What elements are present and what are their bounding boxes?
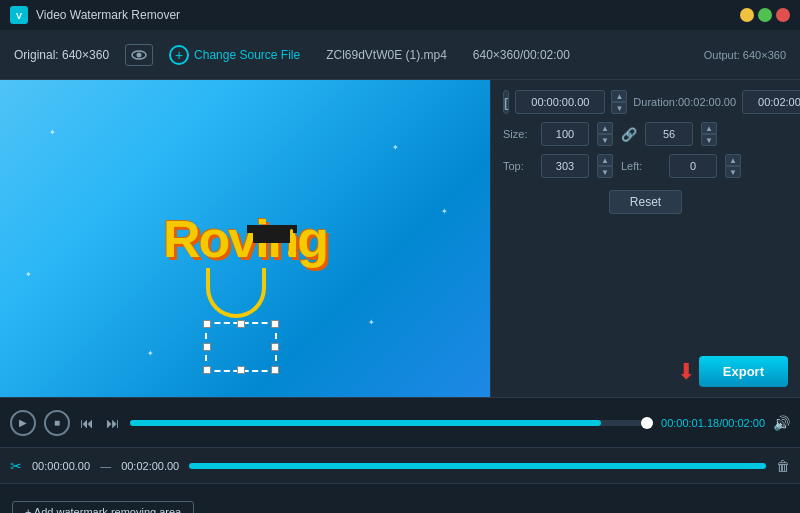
video-frame: ✦ ✦ ✦ ✦ ✦ ✦ Roving <box>0 80 490 397</box>
file-name: ZCl69dVtW0E (1).mp4 <box>326 48 447 62</box>
minimize-button[interactable] <box>740 8 754 22</box>
position-row: Top: ▲ ▼ Left: ▲ ▼ <box>503 154 788 178</box>
export-button[interactable]: Export <box>699 356 788 387</box>
start-time-spinner: ▲ ▼ <box>611 90 627 114</box>
watermark-selection-box[interactable] <box>205 322 277 372</box>
handle-right-mid[interactable] <box>271 343 279 351</box>
sparkle-4: ✦ <box>368 318 375 327</box>
left-up[interactable]: ▲ <box>725 154 741 166</box>
link-icon[interactable]: 🔗 <box>621 127 637 142</box>
size-row: Size: ▲ ▼ 🔗 ▲ ▼ <box>503 122 788 146</box>
left-spinner: ▲ ▼ <box>725 154 741 178</box>
duration-label: Duration:00:02:00.00 <box>633 96 736 108</box>
start-time-up[interactable]: ▲ <box>611 90 627 102</box>
add-watermark-area-button[interactable]: + Add watermark removing area <box>12 501 194 514</box>
height-down[interactable]: ▼ <box>701 134 717 146</box>
change-source-button[interactable]: + Change Source File <box>169 45 300 65</box>
time-display: 00:00:01.18/00:02:00 <box>661 417 765 429</box>
start-time-down[interactable]: ▼ <box>611 102 627 114</box>
size-label: Size: <box>503 128 533 140</box>
width-spinner: ▲ ▼ <box>597 122 613 146</box>
timeline-track[interactable] <box>130 420 653 426</box>
sparkle-1: ✦ <box>49 128 56 137</box>
time-range-row: [ ▲ ▼ Duration:00:02:00.00 ▲ ▼ ] <box>503 90 788 114</box>
left-label: Left: <box>621 160 661 172</box>
right-panel: [ ▲ ▼ Duration:00:02:00.00 ▲ ▼ ] Size: ▲… <box>490 80 800 397</box>
sparkle-3: ✦ <box>25 270 32 279</box>
width-down[interactable]: ▼ <box>597 134 613 146</box>
clip-start-time: 00:00:00.00 <box>32 460 90 472</box>
top-input[interactable] <box>541 154 589 178</box>
original-resolution-label: Original: 640×360 <box>14 48 109 62</box>
plus-circle-icon: + <box>169 45 189 65</box>
height-spinner: ▲ ▼ <box>701 122 717 146</box>
start-time-input[interactable] <box>515 90 605 114</box>
handle-bottom-left[interactable] <box>203 366 211 374</box>
height-input[interactable] <box>645 122 693 146</box>
preview-canvas: ✦ ✦ ✦ ✦ ✦ ✦ Roving <box>0 80 490 397</box>
top-label: Top: <box>503 160 533 172</box>
clip-icon: ✂ <box>10 458 22 474</box>
cap-square <box>253 231 291 243</box>
height-up[interactable]: ▲ <box>701 122 717 134</box>
close-button[interactable] <box>776 8 790 22</box>
reset-button[interactable]: Reset <box>609 190 682 214</box>
toolbar: Original: 640×360 + Change Source File Z… <box>0 30 800 80</box>
main-content: ✦ ✦ ✦ ✦ ✦ ✦ Roving <box>0 80 800 397</box>
handle-top-left[interactable] <box>203 320 211 328</box>
eye-toggle-button[interactable] <box>125 44 153 66</box>
volume-icon[interactable]: 🔊 <box>773 415 790 431</box>
next-frame-button[interactable]: ⏭ <box>104 413 122 433</box>
cap-string <box>290 229 293 251</box>
clip-bar[interactable] <box>189 463 766 469</box>
svg-text:V: V <box>16 11 22 21</box>
app-title: Video Watermark Remover <box>36 8 732 22</box>
video-preview: ✦ ✦ ✦ ✦ ✦ ✦ Roving <box>0 80 490 397</box>
sparkle-6: ✦ <box>147 349 154 358</box>
timeline-fill <box>130 420 601 426</box>
svg-point-3 <box>137 52 142 57</box>
width-up[interactable]: ▲ <box>597 122 613 134</box>
handle-bottom-mid[interactable] <box>237 366 245 374</box>
bottom-top-row: + Add watermark removing area <box>0 484 800 513</box>
clip-end-time: 00:02:00.00 <box>121 460 179 472</box>
start-bracket-button[interactable]: [ <box>503 90 509 114</box>
clip-row: ✂ 00:00:00.00 — 00:02:00.00 🗑 <box>0 447 800 483</box>
left-down[interactable]: ▼ <box>725 166 741 178</box>
title-bar: V Video Watermark Remover <box>0 0 800 30</box>
app-icon: V <box>10 6 28 24</box>
roving-logo: Roving <box>163 209 327 269</box>
sparkle-5: ✦ <box>441 207 448 216</box>
clip-separator: — <box>100 460 111 472</box>
handle-top-right[interactable] <box>271 320 279 328</box>
top-down[interactable]: ▼ <box>597 166 613 178</box>
window-controls <box>740 8 790 22</box>
grad-cap <box>253 231 291 243</box>
handle-left-mid[interactable] <box>203 343 211 351</box>
file-info: 640×360/00:02:00 <box>473 48 570 62</box>
play-button[interactable]: ▶ <box>10 410 36 436</box>
top-up[interactable]: ▲ <box>597 154 613 166</box>
ribbon-decoration <box>206 268 266 318</box>
top-spinner: ▲ ▼ <box>597 154 613 178</box>
end-time-input[interactable] <box>742 90 800 114</box>
stop-button[interactable]: ■ <box>44 410 70 436</box>
bottom-bar: + Add watermark removing area Output: ZC… <box>0 483 800 513</box>
export-arrow-icon: ⬇ <box>677 359 695 385</box>
width-input[interactable] <box>541 122 589 146</box>
maximize-button[interactable] <box>758 8 772 22</box>
left-input[interactable] <box>669 154 717 178</box>
sparkle-2: ✦ <box>392 143 399 152</box>
timeline-thumb[interactable] <box>641 417 653 429</box>
delete-clip-icon[interactable]: 🗑 <box>776 458 790 474</box>
output-resolution-label: Output: 640×360 <box>704 49 786 61</box>
handle-top-mid[interactable] <box>237 320 245 328</box>
change-source-label: Change Source File <box>194 48 300 62</box>
prev-frame-button[interactable]: ⏮ <box>78 413 96 433</box>
roving-text: Roving <box>163 210 327 268</box>
playback-bar: ▶ ■ ⏮ ⏭ 00:00:01.18/00:02:00 🔊 <box>0 397 800 447</box>
handle-bottom-right[interactable] <box>271 366 279 374</box>
